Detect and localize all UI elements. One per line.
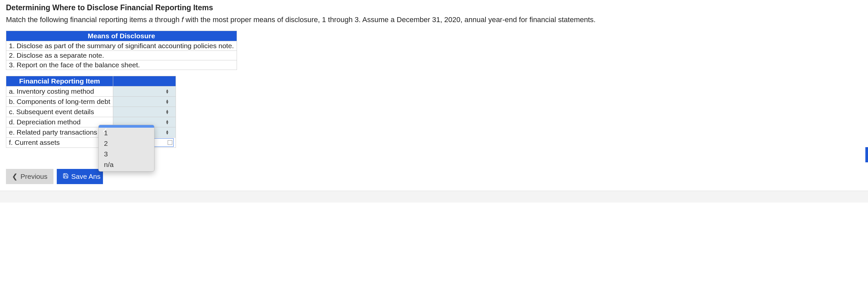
previous-button-label: Previous bbox=[21, 172, 48, 181]
previous-button[interactable]: ❮ Previous bbox=[6, 169, 54, 184]
item-b-label: b. Components of long-term debt bbox=[6, 97, 113, 107]
dropdown-option-na[interactable]: n/a bbox=[99, 159, 154, 170]
means-row-1: 1. Disclose as part of the summary of si… bbox=[6, 41, 237, 51]
chevron-left-icon: ❮ bbox=[12, 172, 18, 181]
select-open-caret-icon bbox=[168, 140, 172, 145]
items-header: Financial Reporting Item bbox=[6, 76, 113, 87]
dropdown-option-blank[interactable]: ✓ bbox=[99, 125, 154, 128]
item-f-label: f. Current assets bbox=[6, 137, 113, 148]
item-c-select[interactable]: ▲▼ bbox=[113, 107, 176, 117]
select-caret-icon: ▲▼ bbox=[165, 99, 169, 104]
means-of-disclosure-table: Means of Disclosure 1. Disclose as part … bbox=[6, 31, 237, 70]
item-a-select[interactable]: ▲▼ bbox=[113, 87, 176, 97]
item-d-label: d. Depreciation method bbox=[6, 117, 113, 127]
page-title: Determining Where to Disclose Financial … bbox=[6, 3, 862, 12]
instr-pre: Match the following financial reporting … bbox=[6, 15, 149, 24]
table-row: b. Components of long-term debt ▲▼ bbox=[6, 97, 176, 107]
item-c-label: c. Subsequent event details bbox=[6, 107, 113, 117]
save-button-label: Save Ans bbox=[71, 172, 101, 181]
instructions-text: Match the following financial reporting … bbox=[6, 15, 862, 24]
table-row: c. Subsequent event details ▲▼ bbox=[6, 107, 176, 117]
select-caret-icon: ▲▼ bbox=[165, 89, 169, 94]
next-button-edge[interactable] bbox=[865, 147, 868, 162]
means-row-3: 3. Report on the face of the balance she… bbox=[6, 60, 237, 70]
select-caret-icon: ▲▼ bbox=[165, 109, 169, 114]
dropdown-option-3[interactable]: 3 bbox=[99, 149, 154, 159]
select-dropdown-menu[interactable]: ✓ 1 2 3 n/a bbox=[98, 125, 154, 171]
item-a-label: a. Inventory costing method bbox=[6, 87, 113, 97]
item-b-select[interactable]: ▲▼ bbox=[113, 97, 176, 107]
save-answers-button[interactable]: Save Ans bbox=[57, 169, 103, 184]
save-icon bbox=[63, 172, 69, 181]
item-e-label: e. Related party transactions bbox=[6, 127, 113, 137]
means-row-2: 2. Disclose as a separate note. bbox=[6, 51, 237, 60]
instr-range-a: a bbox=[149, 15, 153, 24]
instr-mid: through bbox=[153, 15, 182, 24]
select-caret-icon: ▲▼ bbox=[165, 120, 169, 124]
instr-post: with the most proper means of disclosure… bbox=[184, 15, 596, 24]
dropdown-option-2[interactable]: 2 bbox=[99, 138, 154, 149]
check-icon: ✓ bbox=[102, 126, 108, 134]
table-row: a. Inventory costing method ▲▼ bbox=[6, 87, 176, 97]
footer-divider bbox=[0, 191, 868, 202]
select-caret-icon: ▲▼ bbox=[165, 130, 169, 135]
items-header-blank bbox=[113, 76, 176, 87]
means-header: Means of Disclosure bbox=[6, 31, 237, 41]
